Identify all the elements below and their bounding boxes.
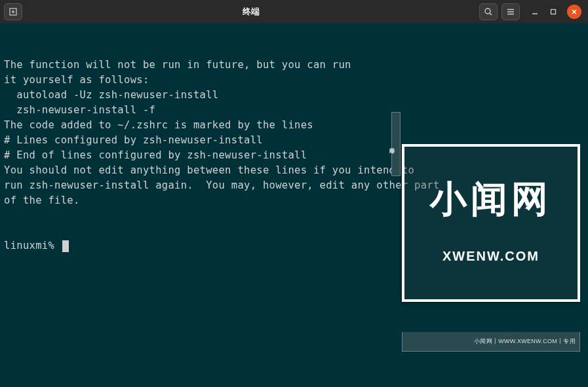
svg-rect-9 — [551, 10, 556, 14]
search-button[interactable] — [479, 3, 498, 20]
svg-point-3 — [485, 9, 490, 14]
titlebar-left — [4, 3, 22, 20]
watermark-en-text: XWENW.COM — [416, 249, 566, 264]
minimize-button[interactable] — [530, 7, 539, 16]
svg-line-4 — [490, 13, 492, 15]
new-tab-icon — [9, 7, 18, 16]
hamburger-icon — [506, 7, 515, 16]
terminal-line: it yourself as follows: — [4, 73, 584, 88]
minimize-icon — [531, 8, 539, 16]
new-tab-button[interactable] — [4, 3, 22, 20]
watermark: 小闻网专用 小闻网 XWENW.COM 小闻网丨WWW.XWENW.COM丨专用 — [402, 99, 580, 382]
close-button[interactable] — [567, 5, 581, 19]
titlebar-right — [479, 3, 584, 20]
watermark-bottom-bar: 小闻网丨WWW.XWENW.COM丨专用 — [402, 332, 580, 352]
menu-button[interactable] — [501, 3, 520, 20]
maximize-icon — [549, 8, 557, 16]
window-controls — [530, 5, 581, 19]
watermark-cn-text: 小闻网 — [416, 181, 566, 217]
titlebar: 终端 — [0, 0, 588, 24]
window-title: 终端 — [26, 6, 475, 18]
terminal-prompt: linuxmi% — [4, 238, 61, 253]
close-icon — [571, 9, 578, 15]
maximize-button[interactable] — [549, 7, 558, 16]
search-icon — [484, 7, 493, 16]
watermark-box: 小闻网 XWENW.COM — [402, 144, 580, 302]
terminal-cursor — [62, 240, 69, 252]
terminal-line: The function will not be run in future, … — [4, 58, 584, 73]
watermark-side-label: 小闻网专用 — [391, 112, 401, 176]
terminal-viewport[interactable]: The function will not be run in future, … — [0, 24, 588, 387]
